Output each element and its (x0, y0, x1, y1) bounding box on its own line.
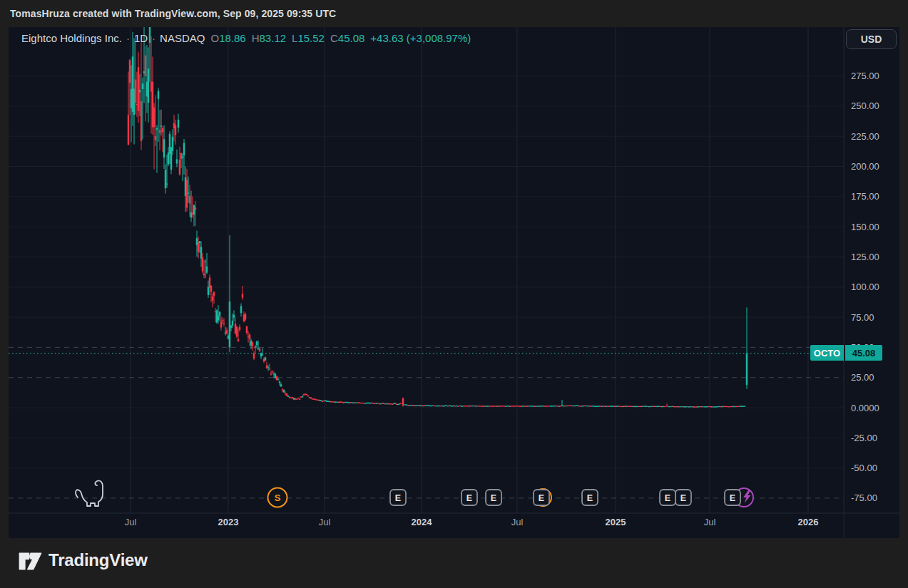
price-axis-label[interactable]: 275.00 (851, 71, 879, 81)
candle-body (145, 56, 147, 76)
symbol-title: Eightco Holdings Inc. (21, 32, 122, 44)
candle-body (245, 314, 247, 320)
candle-body (156, 128, 158, 130)
candle-body (280, 384, 282, 386)
time-axis-label[interactable]: 2024 (412, 517, 433, 527)
candle-wick (137, 72, 138, 117)
candle-wick (274, 372, 275, 378)
candle-body (208, 287, 210, 295)
candle-body (269, 368, 271, 369)
candle-wick (167, 155, 168, 188)
candle-body (233, 315, 235, 318)
candle-body (172, 137, 174, 151)
candle-body (377, 403, 379, 403)
candle-body (320, 400, 322, 401)
candle-body (746, 354, 748, 385)
price-axis-label[interactable]: 200.00 (851, 161, 879, 172)
candle-body (236, 326, 238, 336)
time-axis-label[interactable]: Jul (704, 517, 716, 527)
candle-body (220, 321, 223, 327)
time-axis-label[interactable]: Jul (511, 517, 524, 527)
time-axis-label[interactable]: 2023 (218, 517, 239, 527)
price-axis-label[interactable]: 0.0000 (851, 403, 879, 413)
candle-body (142, 83, 144, 89)
candle-body (206, 267, 208, 273)
candle-body (139, 90, 141, 92)
candle-wick (140, 74, 141, 116)
candle-body (182, 156, 184, 158)
time-axis-label[interactable]: Jul (125, 517, 137, 527)
candle-body (175, 125, 177, 135)
time-axis-label[interactable]: 2025 (606, 517, 626, 527)
candle-body (255, 346, 257, 348)
candle-wick (271, 371, 272, 376)
time-axis-label[interactable]: Jul (319, 517, 331, 527)
candle-wick (243, 286, 243, 300)
candle-body (297, 398, 300, 398)
candle-body (203, 274, 205, 276)
candle-wick (193, 196, 193, 217)
price-chart-canvas[interactable]: 275.00250.00225.00200.00175.00150.00125.… (9, 27, 899, 538)
candle-body (310, 397, 312, 398)
price-axis-label[interactable]: 175.00 (851, 191, 879, 202)
ohlc-open-value: 18.86 (219, 32, 246, 44)
candle-body (299, 399, 301, 400)
candle-wick (188, 177, 189, 202)
price-axis-label[interactable]: 150.00 (851, 222, 879, 232)
ohlc-close-label: C (330, 32, 338, 44)
earnings-marker-label: E (395, 493, 401, 503)
price-axis-label[interactable]: -75.00 (851, 492, 877, 503)
chart-legend: Eightco Holdings Inc.·1D·NASDAQO18.86H83… (21, 32, 471, 44)
candle-wick (147, 45, 148, 113)
tradingview-snapshot: TomasHruza created with TradingView.com,… (0, 0, 908, 588)
time-axis-label[interactable]: 2026 (798, 517, 819, 527)
candle-wick (267, 362, 267, 369)
candle-body (285, 393, 287, 393)
candle-body (292, 397, 294, 398)
price-axis-label[interactable]: 100.00 (851, 282, 879, 292)
candle-body (232, 321, 234, 326)
earnings-marker-label: E (587, 493, 593, 503)
price-axis-label[interactable]: 125.00 (851, 252, 879, 262)
earnings-marker-label: E (665, 493, 670, 503)
price-axis-label[interactable]: 25.00 (851, 372, 874, 383)
price-label-value: 45.08 (845, 345, 882, 361)
candle-body (135, 80, 137, 103)
candle-wick (248, 331, 249, 342)
candle-wick (422, 405, 423, 406)
tradingview-logo-text: TradingView (49, 550, 148, 570)
candle-body (129, 60, 131, 83)
price-axis-label[interactable]: -25.00 (851, 433, 877, 443)
attribution-text: TomasHruza created with TradingView.com,… (10, 8, 336, 19)
candle-body (286, 393, 288, 396)
candle-wick (204, 260, 205, 279)
legend-separator: · (152, 32, 155, 44)
candle-body (168, 153, 170, 164)
ohlc-high-value: 83.12 (260, 32, 287, 44)
candle-body (744, 406, 746, 407)
price-axis-label[interactable]: 250.00 (851, 100, 879, 111)
candle-wick (195, 201, 196, 226)
candle-body (226, 330, 228, 334)
candle-body (179, 160, 181, 175)
candle-body (189, 196, 191, 204)
attribution-bar: TomasHruza created with TradingView.com,… (0, 0, 908, 27)
footer-bar: TradingView (0, 538, 908, 588)
price-axis-label[interactable]: 225.00 (851, 131, 879, 142)
price-axis-label[interactable]: 75.00 (851, 312, 874, 323)
candle-body (141, 101, 143, 141)
candle-wick (177, 150, 178, 167)
candle-body (400, 403, 402, 403)
price-axis-label[interactable]: -50.00 (851, 463, 877, 473)
candle-body (178, 120, 180, 128)
candle-body (199, 241, 201, 243)
candle-body (148, 68, 150, 103)
chart-widget: 275.00250.00225.00200.00175.00150.00125.… (9, 27, 899, 538)
currency-button[interactable]: USD (846, 29, 897, 49)
earnings-marker-label: E (491, 493, 496, 503)
tradingview-logo[interactable]: TradingView (18, 550, 148, 571)
earnings-marker-label: E (539, 493, 544, 503)
candle-body (183, 143, 185, 156)
candle-body (306, 394, 308, 396)
candle-body (218, 316, 220, 321)
